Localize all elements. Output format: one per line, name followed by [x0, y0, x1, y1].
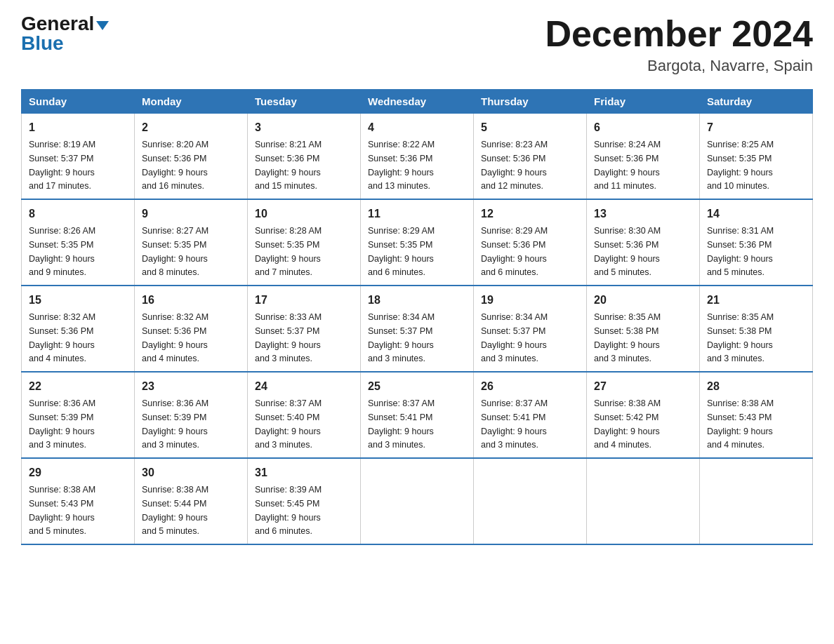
- calendar-cell: 6 Sunrise: 8:24 AMSunset: 5:36 PMDayligh…: [587, 114, 700, 200]
- calendar-cell: 1 Sunrise: 8:19 AMSunset: 5:37 PMDayligh…: [22, 114, 135, 200]
- day-number: 17: [255, 292, 353, 309]
- calendar-cell: [587, 458, 700, 544]
- day-number: 29: [29, 464, 127, 481]
- day-number: 19: [481, 292, 579, 309]
- day-info: Sunrise: 8:27 AMSunset: 5:35 PMDaylight:…: [142, 226, 208, 277]
- day-info: Sunrise: 8:25 AMSunset: 5:35 PMDaylight:…: [707, 140, 774, 191]
- day-info: Sunrise: 8:19 AMSunset: 5:37 PMDaylight:…: [29, 140, 95, 191]
- calendar-header-row: Sunday Monday Tuesday Wednesday Thursday…: [22, 90, 813, 114]
- day-info: Sunrise: 8:22 AMSunset: 5:36 PMDaylight:…: [368, 140, 435, 191]
- calendar-cell: 17 Sunrise: 8:33 AMSunset: 5:37 PMDaylig…: [248, 286, 361, 372]
- calendar-cell: 20 Sunrise: 8:35 AMSunset: 5:38 PMDaylig…: [587, 286, 700, 372]
- day-number: 13: [594, 206, 692, 222]
- day-info: Sunrise: 8:38 AMSunset: 5:43 PMDaylight:…: [707, 398, 774, 450]
- calendar-cell: [361, 458, 474, 544]
- day-info: Sunrise: 8:38 AMSunset: 5:43 PMDaylight:…: [29, 485, 95, 536]
- col-saturday: Saturday: [700, 90, 813, 114]
- location: Bargota, Navarre, Spain: [545, 57, 813, 75]
- day-info: Sunrise: 8:34 AMSunset: 5:37 PMDaylight:…: [481, 312, 548, 363]
- day-info: Sunrise: 8:36 AMSunset: 5:39 PMDaylight:…: [142, 398, 208, 450]
- calendar-cell: 28 Sunrise: 8:38 AMSunset: 5:43 PMDaylig…: [700, 372, 813, 458]
- page-header: General Blue December 2024 Bargota, Nava…: [21, 14, 813, 75]
- day-info: Sunrise: 8:30 AMSunset: 5:36 PMDaylight:…: [594, 226, 661, 277]
- col-friday: Friday: [587, 90, 700, 114]
- day-info: Sunrise: 8:31 AMSunset: 5:36 PMDaylight:…: [707, 226, 774, 277]
- day-number: 22: [29, 378, 127, 395]
- col-sunday: Sunday: [22, 90, 135, 114]
- calendar-cell: 14 Sunrise: 8:31 AMSunset: 5:36 PMDaylig…: [700, 199, 813, 286]
- day-info: Sunrise: 8:36 AMSunset: 5:39 PMDaylight:…: [29, 398, 95, 450]
- col-wednesday: Wednesday: [361, 90, 474, 114]
- calendar-cell: 22 Sunrise: 8:36 AMSunset: 5:39 PMDaylig…: [22, 372, 135, 458]
- calendar-table: Sunday Monday Tuesday Wednesday Thursday…: [21, 89, 813, 545]
- calendar-cell: 10 Sunrise: 8:28 AMSunset: 5:35 PMDaylig…: [248, 199, 361, 286]
- col-thursday: Thursday: [474, 90, 587, 114]
- day-number: 23: [142, 378, 240, 395]
- calendar-cell: 11 Sunrise: 8:29 AMSunset: 5:35 PMDaylig…: [361, 199, 474, 286]
- calendar-cell: 5 Sunrise: 8:23 AMSunset: 5:36 PMDayligh…: [474, 114, 587, 200]
- calendar-cell: 16 Sunrise: 8:32 AMSunset: 5:36 PMDaylig…: [135, 286, 248, 372]
- day-number: 27: [594, 378, 692, 395]
- month-title: December 2024: [545, 14, 813, 54]
- day-number: 11: [368, 206, 466, 222]
- calendar-cell: 23 Sunrise: 8:36 AMSunset: 5:39 PMDaylig…: [135, 372, 248, 458]
- calendar-week-row: 8 Sunrise: 8:26 AMSunset: 5:35 PMDayligh…: [22, 199, 813, 286]
- day-info: Sunrise: 8:37 AMSunset: 5:40 PMDaylight:…: [255, 398, 322, 450]
- day-number: 4: [368, 119, 466, 136]
- day-info: Sunrise: 8:39 AMSunset: 5:45 PMDaylight:…: [255, 485, 322, 536]
- calendar-cell: 30 Sunrise: 8:38 AMSunset: 5:44 PMDaylig…: [135, 458, 248, 544]
- calendar-week-row: 29 Sunrise: 8:38 AMSunset: 5:43 PMDaylig…: [22, 458, 813, 544]
- day-info: Sunrise: 8:34 AMSunset: 5:37 PMDaylight:…: [368, 312, 435, 363]
- day-number: 15: [29, 292, 127, 309]
- calendar-cell: 8 Sunrise: 8:26 AMSunset: 5:35 PMDayligh…: [22, 199, 135, 286]
- day-info: Sunrise: 8:29 AMSunset: 5:36 PMDaylight:…: [481, 226, 548, 277]
- title-block: December 2024 Bargota, Navarre, Spain: [545, 14, 813, 75]
- day-number: 5: [481, 119, 579, 136]
- day-number: 9: [142, 206, 240, 222]
- calendar-cell: 12 Sunrise: 8:29 AMSunset: 5:36 PMDaylig…: [474, 199, 587, 286]
- day-number: 28: [707, 378, 805, 395]
- calendar-cell: 7 Sunrise: 8:25 AMSunset: 5:35 PMDayligh…: [700, 114, 813, 200]
- calendar-cell: 31 Sunrise: 8:39 AMSunset: 5:45 PMDaylig…: [248, 458, 361, 544]
- day-info: Sunrise: 8:26 AMSunset: 5:35 PMDaylight:…: [29, 226, 95, 277]
- calendar-cell: 24 Sunrise: 8:37 AMSunset: 5:40 PMDaylig…: [248, 372, 361, 458]
- day-info: Sunrise: 8:35 AMSunset: 5:38 PMDaylight:…: [707, 312, 774, 363]
- logo-triangle-icon: [96, 21, 109, 30]
- day-info: Sunrise: 8:24 AMSunset: 5:36 PMDaylight:…: [594, 140, 661, 191]
- day-number: 18: [368, 292, 466, 309]
- calendar-cell: 19 Sunrise: 8:34 AMSunset: 5:37 PMDaylig…: [474, 286, 587, 372]
- day-number: 6: [594, 119, 692, 136]
- day-number: 16: [142, 292, 240, 309]
- day-number: 21: [707, 292, 805, 309]
- day-info: Sunrise: 8:32 AMSunset: 5:36 PMDaylight:…: [29, 312, 95, 363]
- logo-general-text: General: [21, 14, 94, 34]
- calendar-cell: 26 Sunrise: 8:37 AMSunset: 5:41 PMDaylig…: [474, 372, 587, 458]
- day-number: 3: [255, 119, 353, 136]
- day-info: Sunrise: 8:38 AMSunset: 5:42 PMDaylight:…: [594, 398, 661, 450]
- day-info: Sunrise: 8:33 AMSunset: 5:37 PMDaylight:…: [255, 312, 322, 363]
- calendar-cell: 25 Sunrise: 8:37 AMSunset: 5:41 PMDaylig…: [361, 372, 474, 458]
- calendar-week-row: 22 Sunrise: 8:36 AMSunset: 5:39 PMDaylig…: [22, 372, 813, 458]
- day-info: Sunrise: 8:23 AMSunset: 5:36 PMDaylight:…: [481, 140, 548, 191]
- day-info: Sunrise: 8:29 AMSunset: 5:35 PMDaylight:…: [368, 226, 435, 277]
- day-number: 31: [255, 464, 353, 481]
- calendar-cell: [474, 458, 587, 544]
- day-info: Sunrise: 8:37 AMSunset: 5:41 PMDaylight:…: [481, 398, 548, 450]
- day-number: 8: [29, 206, 127, 222]
- day-number: 24: [255, 378, 353, 395]
- calendar-week-row: 15 Sunrise: 8:32 AMSunset: 5:36 PMDaylig…: [22, 286, 813, 372]
- day-info: Sunrise: 8:20 AMSunset: 5:36 PMDaylight:…: [142, 140, 208, 191]
- day-number: 25: [368, 378, 466, 395]
- day-info: Sunrise: 8:37 AMSunset: 5:41 PMDaylight:…: [368, 398, 435, 450]
- calendar-cell: 3 Sunrise: 8:21 AMSunset: 5:36 PMDayligh…: [248, 114, 361, 200]
- calendar-cell: 29 Sunrise: 8:38 AMSunset: 5:43 PMDaylig…: [22, 458, 135, 544]
- calendar-cell: 13 Sunrise: 8:30 AMSunset: 5:36 PMDaylig…: [587, 199, 700, 286]
- calendar-cell: 21 Sunrise: 8:35 AMSunset: 5:38 PMDaylig…: [700, 286, 813, 372]
- calendar-cell: 9 Sunrise: 8:27 AMSunset: 5:35 PMDayligh…: [135, 199, 248, 286]
- logo-blue-text: Blue: [21, 32, 64, 54]
- day-number: 26: [481, 378, 579, 395]
- calendar-cell: 2 Sunrise: 8:20 AMSunset: 5:36 PMDayligh…: [135, 114, 248, 200]
- day-number: 7: [707, 119, 805, 136]
- day-number: 14: [707, 206, 805, 222]
- calendar-cell: 15 Sunrise: 8:32 AMSunset: 5:36 PMDaylig…: [22, 286, 135, 372]
